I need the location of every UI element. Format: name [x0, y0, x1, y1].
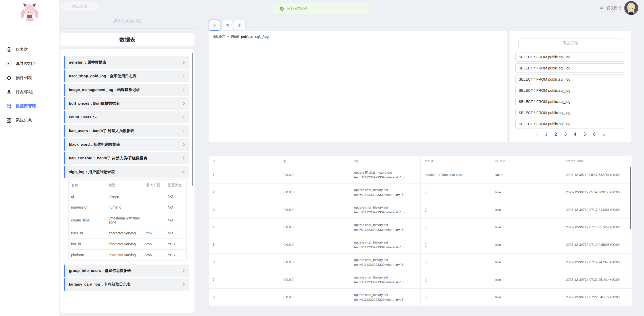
- pagination-page-6[interactable]: 6: [593, 132, 596, 137]
- pagination-next[interactable]: ›: [602, 132, 606, 137]
- results-cell: 0.0.0.0: [279, 236, 350, 253]
- results-column-header: id: [209, 156, 279, 166]
- watermark-text: 风灵月影的魔法: [118, 19, 143, 24]
- column-def-cell: integer: [106, 191, 143, 202]
- results-row: 60.0.0.0update chat_history set text=911…: [209, 253, 632, 271]
- pagination-page-2[interactable]: 2: [554, 132, 558, 137]
- avatar-image: [624, 1, 638, 15]
- table-list-item[interactable]: count_users：-: [64, 111, 189, 123]
- column-header: 名称: [69, 180, 106, 191]
- sidebar-item-system-info[interactable]: 系统信息: [0, 113, 59, 127]
- friends-groups-icon: [6, 89, 12, 95]
- results-cell: 0.0.0.0: [279, 253, 350, 271]
- results-row: 10.0.0.0update fff chat_history set text…: [209, 166, 632, 183]
- results-row: 30.0.0.0update chat_history set text=911…: [209, 201, 632, 218]
- table-list-item[interactable]: black_word：惩罚机制数据表: [64, 138, 189, 151]
- table-list-item[interactable]: buff_prices：Buff价格数据表: [64, 97, 189, 110]
- table-list-item-label: ban_console：.ban/b了 封禁人员/群组数据表: [69, 156, 147, 161]
- table-list-item[interactable]: group_info_users：群员信息数据表: [64, 265, 189, 277]
- results-cell: true: [491, 236, 562, 253]
- results-cell: true: [491, 183, 562, 201]
- tables-list-scrollbar[interactable]: [192, 53, 193, 186]
- column-header: 类型: [106, 180, 143, 191]
- sidebar-item-database[interactable]: 数据库管理: [0, 99, 59, 113]
- column-def-cell: character varying: [106, 239, 143, 250]
- table-list-item[interactable]: genshin：原神数据表: [64, 56, 189, 69]
- table-list-item[interactable]: user_shop_gold_log：金币使用日志表: [64, 70, 189, 82]
- table-list-item[interactable]: fantasy_card_log：卡牌获取日志表: [64, 278, 189, 291]
- results-cell: 2023-12-30T12:05:59.369155+00:00: [562, 183, 632, 201]
- results-row: 80.0.0.0update chat_history set text=911…: [209, 288, 632, 306]
- results-cell: 5: [209, 236, 279, 253]
- history-item[interactable]: SELECT * FROM public.sql_log: [515, 75, 625, 84]
- sidebar-item-friends-groups[interactable]: 好友/群组: [0, 85, 59, 99]
- query-results-table: idipsqlresultis_succreate_time 10.0.0.0u…: [209, 156, 632, 306]
- sidebar-item-plugins[interactable]: 插件列表: [0, 71, 59, 85]
- column-def-cell: create_time: [69, 213, 106, 228]
- results-cell: 2023-12-30T12:07:22.545177+00:00: [562, 288, 632, 306]
- tables-panel-title: 数据表: [60, 33, 194, 46]
- history-panel: 历史记录 SELECT * FROM public.sql_logSELECT …: [510, 31, 631, 142]
- column-def-cell: user_id: [69, 228, 106, 239]
- clear-button[interactable]: [221, 20, 233, 31]
- results-cell: true: [491, 218, 562, 236]
- chevron-right-icon: [182, 101, 186, 106]
- table-list-item[interactable]: sign_log：用户签到记录表: [64, 166, 189, 178]
- table-list-item-label: user_shop_gold_log：金币使用日志表: [69, 74, 136, 79]
- pagination-page-4[interactable]: 4: [573, 132, 577, 137]
- history-item[interactable]: SELECT * FROM public.sql_log: [515, 97, 625, 106]
- chevron-right-icon: [182, 88, 186, 92]
- table-list-item-label: group_info_users：群员信息数据表: [69, 268, 131, 273]
- sql-editor[interactable]: SELECT * FROM public.sql_log: [209, 31, 507, 142]
- history-item[interactable]: SELECT * FROM public.sql_log: [515, 63, 625, 73]
- column-def-cell: [143, 213, 165, 228]
- pagination-page-1[interactable]: 1: [544, 132, 548, 137]
- column-header: 是否为空: [165, 180, 187, 191]
- sidebar-item-dashboard[interactable]: 仪表盘: [0, 42, 59, 57]
- pagination-prev[interactable]: ‹: [535, 132, 538, 137]
- column-def-row: impressionnumericNO: [69, 202, 187, 213]
- toast-message: 执行成功啦!: [287, 6, 307, 11]
- table-list-item-label: ban_users：.ban/b了 封禁人员数据表: [69, 128, 134, 133]
- results-cell: 0.0.0.0: [279, 183, 350, 201]
- table-list-item-label: black_word：惩罚机制数据表: [69, 142, 120, 147]
- switch-account-label[interactable]: 切换账号: [607, 6, 622, 10]
- results-column-header: ip: [279, 156, 350, 166]
- results-cell: update chat_history set text=91112339233…: [350, 288, 421, 306]
- history-item[interactable]: SELECT * FROM public.sql_log: [515, 119, 625, 128]
- success-toast: 执行成功啦!: [273, 3, 369, 14]
- chevron-right-icon: [182, 74, 186, 78]
- port-settings-button[interactable]: 端口设置: [61, 2, 99, 11]
- results-cell: 1: [209, 166, 279, 183]
- results-cell: 0.0.0.0: [279, 201, 350, 218]
- user-avatar[interactable]: [624, 1, 638, 15]
- notebook-icon: [237, 23, 243, 28]
- column-def-cell: bot_id: [69, 239, 106, 250]
- table-list-item[interactable]: ban_console：.ban/b了 封禁人员/群组数据表: [64, 152, 189, 164]
- history-item[interactable]: SELECT * FROM public.sql_log: [515, 108, 625, 117]
- sidebar-item-console[interactable]: 真寻控制台: [0, 57, 59, 71]
- results-cell: update chat_history set text=91112339233…: [350, 253, 421, 271]
- pagination-page-5[interactable]: 5: [583, 132, 587, 137]
- table-list-item[interactable]: image_management_log：画廊操作记录: [64, 84, 189, 96]
- column-def-row: bot_idcharacter varying255YES: [69, 239, 187, 250]
- results-cell: true: [491, 288, 562, 306]
- results-cell: 2023-12-30T12:05:47.732751+00:00: [562, 166, 632, 183]
- switch-arrows-icon: [599, 5, 604, 10]
- sidebar: 仪表盘 真寻控制台 插件列表 好友/群组: [0, 0, 59, 316]
- results-scrollbar[interactable]: [630, 167, 631, 229]
- log-button[interactable]: [234, 20, 246, 31]
- console-monitor-icon: [6, 61, 12, 67]
- system-grid-icon: [6, 118, 12, 123]
- history-item[interactable]: SELECT * FROM public.sql_log: [515, 52, 625, 62]
- column-def-cell: platform: [69, 250, 106, 261]
- history-item[interactable]: SELECT * FROM public.sql_log: [515, 86, 625, 95]
- database-gear-icon: [6, 103, 12, 109]
- run-query-button[interactable]: [209, 20, 220, 31]
- chevron-right-icon: [182, 60, 186, 65]
- table-columns-detail: 名称类型最大长度是否为空idintegerNOimpressionnumeric…: [68, 179, 187, 261]
- table-list-item[interactable]: ban_users：.ban/b了 封禁人员数据表: [64, 125, 189, 137]
- results-cell: false: [491, 166, 562, 183]
- pagination-page-3[interactable]: 3: [564, 132, 567, 137]
- watermark-caption: 风灵月影的魔法: [60, 19, 194, 24]
